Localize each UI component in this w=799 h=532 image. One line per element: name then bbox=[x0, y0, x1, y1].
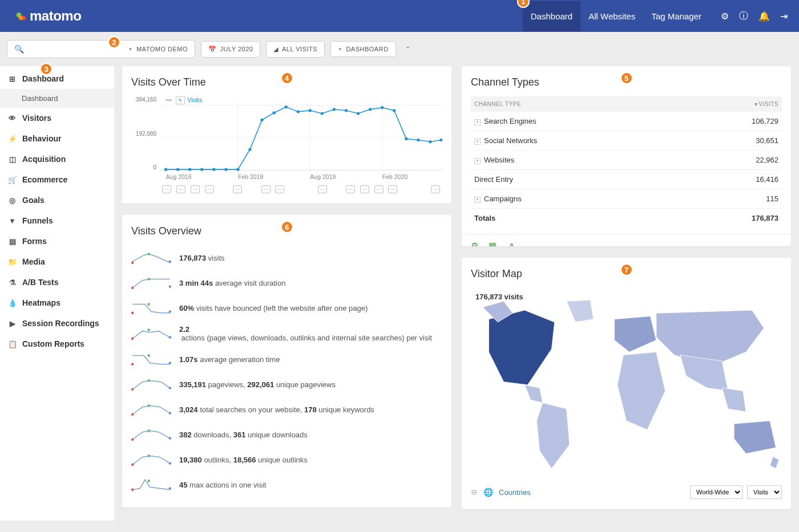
nav-all-websites[interactable]: All Websites bbox=[580, 1, 643, 31]
sidebar-item-label: Ecommerce bbox=[22, 175, 67, 184]
bell-icon[interactable]: 🔔 bbox=[758, 11, 770, 22]
sidebar-item-behaviour[interactable]: ⚡Behaviour bbox=[0, 128, 114, 149]
table-row[interactable]: Direct Entry16,416 bbox=[471, 170, 782, 189]
sidebar-icon: 🛒 bbox=[8, 176, 17, 184]
sidebar-item-label: Dashboard bbox=[22, 74, 64, 83]
sidebar-subitem[interactable]: Dashboard bbox=[0, 89, 114, 108]
col-channel-type[interactable]: Channel Type bbox=[471, 96, 681, 112]
svg-point-44 bbox=[131, 312, 134, 314]
nav-dashboard[interactable]: 1 Dashboard bbox=[523, 1, 580, 31]
overview-text: 3 min 44s average visit duration bbox=[179, 279, 285, 287]
table-row[interactable]: +Campaigns115 bbox=[471, 189, 782, 209]
col-visits[interactable]: Visits bbox=[681, 96, 782, 112]
sidebar-item-dashboard[interactable]: ⊞Dashboard bbox=[0, 68, 114, 89]
sidebar-item-session-recordings[interactable]: ▶Session Recordings bbox=[0, 313, 114, 334]
region-select[interactable]: World-Wide bbox=[690, 485, 742, 499]
svg-point-25 bbox=[345, 109, 348, 112]
svg-point-57 bbox=[147, 404, 150, 407]
svg-point-58 bbox=[169, 412, 171, 414]
sidebar-item-goals[interactable]: ◎Goals bbox=[0, 190, 114, 210]
annotation-2: 2 bbox=[108, 36, 120, 48]
sidebar-item-a/b-tests[interactable]: ⚗A/B Tests bbox=[0, 272, 114, 293]
overview-text: 60% visits have bounced (left the websit… bbox=[179, 304, 368, 312]
date-selector[interactable]: 📅 JULY 2020 bbox=[201, 41, 260, 58]
gear-icon[interactable]: ⚙ bbox=[471, 241, 478, 246]
visits-over-time-card: 4 Visits Over Time 384,160 192,080 0 ✎Vi… bbox=[122, 66, 451, 204]
annotation-1: 1 bbox=[517, 0, 530, 8]
table-row[interactable]: +Websites22,962 bbox=[471, 151, 782, 170]
annotation-7: 7 bbox=[620, 263, 633, 276]
svg-point-23 bbox=[321, 112, 324, 115]
countries-link[interactable]: Countries bbox=[499, 488, 531, 497]
sidebar-item-heatmaps[interactable]: 💧Heatmaps bbox=[0, 293, 114, 313]
overview-row: 3 min 44s average visit duration bbox=[131, 270, 442, 295]
svg-point-13 bbox=[200, 168, 203, 171]
expand-icon[interactable]: + bbox=[474, 139, 481, 145]
svg-text:Feb 2020: Feb 2020 bbox=[382, 174, 408, 180]
expand-icon[interactable]: + bbox=[474, 158, 481, 164]
sidebar-item-custom-reports[interactable]: 📋Custom Reports bbox=[0, 334, 114, 354]
svg-point-17 bbox=[248, 148, 251, 151]
svg-point-33 bbox=[439, 139, 442, 141]
svg-point-18 bbox=[260, 119, 263, 121]
table-row[interactable]: +Social Networks30,651 bbox=[471, 131, 782, 151]
svg-point-19 bbox=[272, 111, 275, 114]
brand-logo[interactable]: matomo bbox=[11, 8, 81, 24]
dashboard-selector[interactable]: ▼ DASHBOARD bbox=[330, 41, 396, 57]
sidebar-item-media[interactable]: 📁Media bbox=[0, 251, 114, 272]
export-icon[interactable]: ↗ bbox=[507, 241, 514, 246]
svg-point-29 bbox=[393, 109, 396, 112]
sidebar-item-label: Custom Reports bbox=[22, 339, 84, 348]
annotation-5: 5 bbox=[620, 72, 633, 84]
sidebar-icon: ◎ bbox=[8, 196, 17, 205]
card-footer-actions: ⚙ ▦ ↗ bbox=[462, 234, 791, 246]
sidebar-item-ecommerce[interactable]: 🛒Ecommerce bbox=[0, 169, 114, 190]
svg-point-26 bbox=[357, 112, 360, 115]
zoom-out-icon[interactable]: ⊖ bbox=[471, 488, 478, 497]
expand-icon[interactable]: + bbox=[474, 197, 481, 203]
sidebar-item-label: Behaviour bbox=[22, 134, 61, 143]
svg-point-41 bbox=[131, 287, 134, 289]
table-row[interactable]: +Search Engines106,729 bbox=[471, 112, 782, 131]
svg-point-12 bbox=[188, 168, 191, 171]
nav-tag-manager[interactable]: Tag Manager bbox=[643, 1, 709, 31]
svg-point-52 bbox=[169, 362, 171, 364]
overview-row: 19,380 outlinks, 18,566 unique outlinks bbox=[131, 447, 442, 472]
logout-icon[interactable]: ⇥ bbox=[780, 11, 788, 22]
visitor-map-card: 7 Visitor Map 176,873 visits bbox=[462, 258, 791, 509]
gear-icon[interactable]: ⚙ bbox=[721, 11, 729, 22]
totals-row: Totals176,873 bbox=[471, 209, 782, 228]
annotation-6: 6 bbox=[281, 221, 293, 233]
search-icon: 🔍 bbox=[14, 44, 25, 54]
svg-point-61 bbox=[169, 437, 171, 439]
visits-line-chart[interactable]: 384,160 192,080 0 ✎Visits bbox=[131, 96, 442, 193]
svg-point-64 bbox=[169, 462, 171, 464]
overview-text: 1.07s average generation time bbox=[179, 355, 280, 364]
svg-point-66 bbox=[147, 480, 150, 482]
collapse-icon[interactable]: ⌃ bbox=[402, 42, 414, 56]
sidebar-icon: 💧 bbox=[8, 299, 17, 307]
metric-select[interactable]: Visits bbox=[747, 485, 782, 499]
sidebar-item-visitors[interactable]: 👁Visitors bbox=[0, 108, 114, 128]
expand-icon[interactable]: + bbox=[474, 119, 481, 125]
search-site-selector[interactable]: 🔍 2 ▼ MATOMO DEMO bbox=[7, 40, 195, 58]
report-icon[interactable]: ▦ bbox=[489, 241, 497, 246]
svg-point-56 bbox=[131, 413, 134, 416]
left-sidebar: 3 ⊞DashboardDashboard👁Visitors⚡Behaviour… bbox=[0, 66, 114, 521]
sidebar-item-funnels[interactable]: ▼Funnels bbox=[0, 210, 114, 231]
overview-text: 382 downloads, 361 unique downloads bbox=[179, 431, 308, 439]
sidebar-item-label: Acquisition bbox=[22, 155, 66, 164]
svg-point-16 bbox=[236, 168, 239, 171]
globe-icon[interactable]: 🌐 bbox=[483, 488, 493, 497]
sidebar-item-forms[interactable]: ▤Forms bbox=[0, 231, 114, 251]
svg-point-54 bbox=[147, 379, 150, 381]
overview-text: 3,024 total searches on your website, 17… bbox=[179, 405, 374, 414]
svg-point-59 bbox=[131, 438, 134, 441]
sidebar-item-label: Heatmaps bbox=[22, 298, 60, 307]
info-icon[interactable]: ⓘ bbox=[739, 10, 748, 22]
svg-point-45 bbox=[147, 303, 150, 305]
world-map[interactable]: 176,873 visits bbox=[471, 288, 782, 482]
sidebar-item-acquisition[interactable]: ◫Acquisition bbox=[0, 149, 114, 169]
map-visits-label: 176,873 visits bbox=[475, 293, 523, 301]
segment-selector[interactable]: ◢ ALL VISITS bbox=[266, 41, 325, 58]
